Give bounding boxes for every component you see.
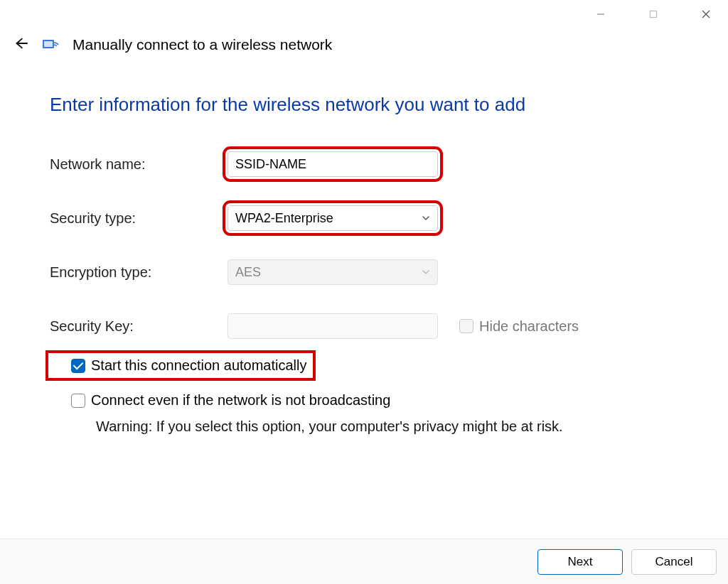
wizard-footer: Next Cancel	[0, 539, 728, 584]
connect-hidden-label: Connect even if the network is not broad…	[91, 392, 390, 409]
back-arrow-icon[interactable]	[13, 36, 28, 54]
hide-characters-checkbox	[459, 319, 473, 333]
security-type-value: WPA2-Enterprise	[235, 211, 333, 226]
cancel-button[interactable]: Cancel	[631, 549, 717, 575]
hide-characters-label: Hide characters	[479, 318, 579, 335]
wireless-wizard-icon	[41, 36, 60, 54]
chevron-down-icon	[422, 265, 430, 280]
next-button[interactable]: Next	[537, 549, 623, 575]
encryption-type-select: AES	[228, 259, 438, 285]
auto-connect-checkbox[interactable]	[71, 359, 85, 373]
window-titlebar	[0, 0, 728, 28]
chevron-down-icon	[422, 211, 430, 226]
minimize-button[interactable]	[584, 3, 617, 26]
encryption-type-label: Encryption type:	[50, 264, 228, 281]
security-key-label: Security Key:	[50, 318, 228, 335]
close-button[interactable]	[690, 3, 722, 26]
svg-rect-6	[44, 41, 53, 47]
security-key-input	[228, 313, 438, 339]
wizard-title: Manually connect to a wireless network	[73, 36, 332, 53]
connect-hidden-checkbox[interactable]	[71, 394, 85, 408]
security-type-select[interactable]: WPA2-Enterprise	[228, 205, 438, 231]
security-type-label: Security type:	[50, 210, 228, 227]
network-name-input[interactable]	[228, 151, 438, 177]
maximize-button[interactable]	[637, 3, 670, 26]
warning-text: Warning: If you select this option, your…	[96, 418, 678, 435]
auto-connect-label: Start this connection automatically	[91, 357, 307, 374]
wizard-header: Manually connect to a wireless network	[0, 28, 728, 54]
network-name-label: Network name:	[50, 156, 228, 173]
svg-rect-1	[651, 11, 657, 18]
page-heading: Enter information for the wireless netwo…	[50, 94, 678, 116]
encryption-type-value: AES	[235, 265, 261, 280]
wizard-content: Enter information for the wireless netwo…	[0, 54, 728, 435]
